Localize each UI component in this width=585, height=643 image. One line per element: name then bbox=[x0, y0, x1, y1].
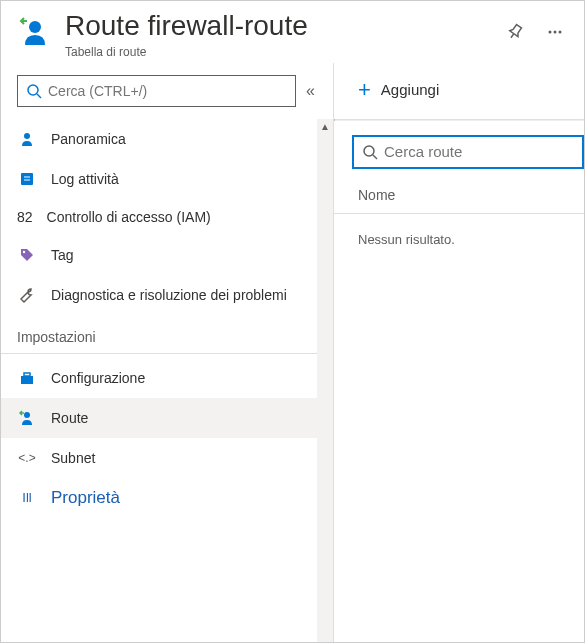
nav-label: Route bbox=[51, 410, 88, 426]
divider bbox=[334, 119, 584, 121]
properties-icon: Ill bbox=[17, 488, 37, 508]
table-header-row: Nome bbox=[334, 169, 584, 214]
collapse-sidebar-button[interactable]: « bbox=[296, 76, 325, 106]
person-icon bbox=[17, 129, 37, 149]
sidebar-item-route[interactable]: Route bbox=[1, 398, 333, 438]
tag-icon bbox=[17, 245, 37, 265]
more-button[interactable] bbox=[542, 19, 568, 48]
sidebar-item-tags[interactable]: Tag bbox=[1, 235, 333, 275]
sidebar-search[interactable] bbox=[17, 75, 296, 107]
nav-label: Configurazione bbox=[51, 370, 145, 386]
column-name: Nome bbox=[334, 169, 584, 213]
nav-label: Controllo di accesso (IAM) bbox=[47, 209, 211, 225]
svg-point-0 bbox=[29, 21, 41, 33]
sidebar-item-subnet[interactable]: <.> Subnet bbox=[1, 438, 333, 478]
route-search-input[interactable] bbox=[384, 143, 574, 160]
log-icon bbox=[17, 169, 37, 189]
add-label: Aggiungi bbox=[381, 81, 439, 98]
sidebar-item-activity-log[interactable]: Log attività bbox=[1, 159, 333, 199]
wrench-icon bbox=[17, 285, 37, 305]
svg-line-15 bbox=[373, 155, 377, 159]
svg-point-14 bbox=[364, 146, 374, 156]
plus-icon: + bbox=[358, 79, 371, 101]
svg-point-4 bbox=[28, 85, 38, 95]
nav-label: Diagnostica e risoluzione dei problemi bbox=[51, 287, 287, 303]
title-block: Route firewall-route Tabella di route bbox=[65, 9, 502, 59]
subnet-icon: <.> bbox=[17, 448, 37, 468]
nav-label: Panoramica bbox=[51, 131, 126, 147]
sidebar: « Panoramica Log attività 82 Controllo d… bbox=[1, 63, 334, 643]
scroll-up-icon: ▲ bbox=[317, 119, 333, 135]
header-actions bbox=[502, 9, 568, 48]
route-search[interactable] bbox=[352, 135, 584, 169]
svg-rect-11 bbox=[21, 376, 33, 384]
page-title: Route firewall-route bbox=[65, 9, 502, 43]
scrollbar[interactable]: ▲ bbox=[317, 119, 333, 643]
svg-point-1 bbox=[549, 31, 552, 34]
svg-line-5 bbox=[37, 94, 41, 98]
svg-point-3 bbox=[559, 31, 562, 34]
route-table-icon bbox=[17, 15, 53, 51]
content: « Panoramica Log attività 82 Controllo d… bbox=[1, 63, 584, 643]
nav-list: Panoramica Log attività 82 Controllo di … bbox=[1, 119, 333, 643]
sidebar-item-configuration[interactable]: Configurazione bbox=[1, 358, 333, 398]
section-settings: Impostazioni bbox=[1, 315, 333, 354]
svg-point-13 bbox=[24, 412, 30, 418]
svg-rect-7 bbox=[21, 173, 33, 185]
main-panel: + Aggiungi Nome Nessun risultato. bbox=[334, 63, 584, 643]
toolbar: + Aggiungi bbox=[334, 75, 584, 119]
nav-label: Subnet bbox=[51, 450, 95, 466]
pin-icon bbox=[506, 23, 524, 41]
sidebar-item-overview[interactable]: Panoramica bbox=[1, 119, 333, 159]
nav-label: Proprietà bbox=[51, 488, 120, 508]
search-icon bbox=[26, 83, 42, 99]
pin-button[interactable] bbox=[502, 19, 528, 48]
svg-point-2 bbox=[554, 31, 557, 34]
page-subtitle: Tabella di route bbox=[65, 45, 502, 59]
sidebar-item-properties[interactable]: Ill Proprietà bbox=[1, 478, 333, 518]
route-icon bbox=[17, 408, 37, 428]
nav-label: Tag bbox=[51, 247, 74, 263]
nav-label: Log attività bbox=[51, 171, 119, 187]
toolbox-icon bbox=[17, 368, 37, 388]
header: Route firewall-route Tabella di route bbox=[1, 1, 584, 63]
no-results: Nessun risultato. bbox=[334, 214, 584, 247]
chevron-double-left-icon: « bbox=[306, 82, 315, 99]
sidebar-search-input[interactable] bbox=[48, 83, 287, 99]
iam-icon: 82 bbox=[17, 209, 33, 225]
sidebar-search-row: « bbox=[1, 63, 333, 119]
ellipsis-icon bbox=[546, 23, 564, 41]
svg-point-6 bbox=[24, 133, 30, 139]
svg-point-10 bbox=[23, 250, 25, 252]
add-button[interactable]: + Aggiungi bbox=[358, 75, 439, 105]
svg-rect-12 bbox=[24, 373, 30, 376]
search-icon bbox=[362, 144, 378, 160]
sidebar-item-diagnose[interactable]: Diagnostica e risoluzione dei problemi bbox=[1, 275, 333, 315]
sidebar-item-iam[interactable]: 82 Controllo di accesso (IAM) bbox=[1, 199, 333, 235]
